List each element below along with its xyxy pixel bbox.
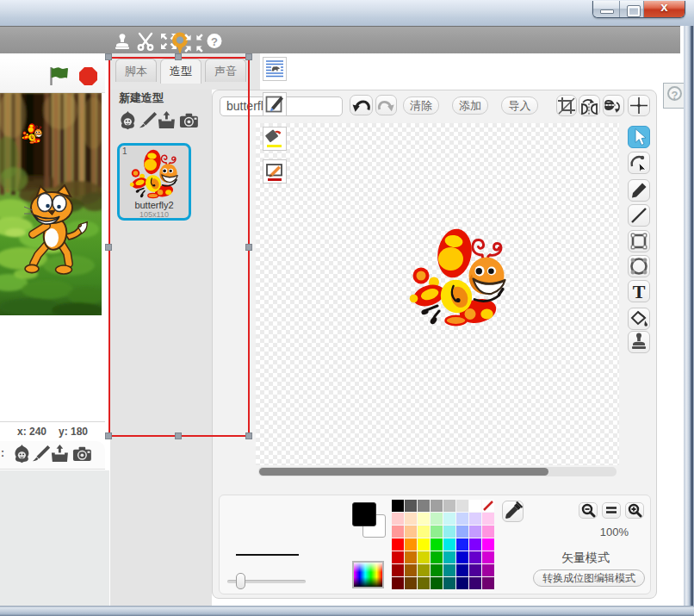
svg-text:T: T [633,281,646,302]
svg-text:?: ? [211,35,218,48]
